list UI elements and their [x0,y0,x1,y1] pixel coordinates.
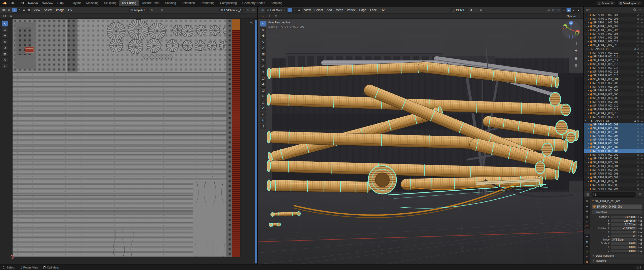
hide-in-viewport-icon[interactable]: ⊙ [637,105,639,107]
disable-in-render-icon[interactable]: ▭ [640,139,643,141]
workspace-tab-scripting[interactable]: Scripting [268,0,285,6]
disable-in-render-icon[interactable]: ▭ [640,135,643,137]
animate-dot-icon[interactable] [638,220,639,221]
hide-in-viewport-icon[interactable]: ⊙ [637,89,639,92]
hide-in-viewport-icon[interactable]: ⊙ [637,150,639,152]
uv-menu-image[interactable]: Image [54,8,66,13]
animate-dot-icon[interactable] [638,239,639,240]
expand-arrow-icon[interactable]: ▸ [587,180,590,182]
outliner-row[interactable]: ▸SF_AP04_F_001_012⊙▭ [584,58,644,62]
outliner-row[interactable]: ▸SF_AP04_1_002_010⊙▭ [584,40,644,43]
uv-menu-select[interactable]: Select [42,8,54,13]
expand-arrow-icon[interactable]: ▸ [587,161,590,163]
transform-tool[interactable]: ▦ [2,51,8,57]
uv-select-island-button[interactable]: ▩ [26,8,31,12]
uv-editor-type-button[interactable]: ▩ ▾ [2,8,6,12]
hide-in-viewport-icon[interactable]: ⊙ [637,146,639,149]
hide-in-viewport-icon[interactable]: ⊙ [637,116,639,118]
hide-in-viewport-icon[interactable]: ⊙ [637,33,639,35]
outliner-row[interactable]: ▸SF_AP04_F_001_011⊙▭ [584,55,644,58]
outliner-row[interactable]: ▸SF_AP04_F_001_010⊙▭ [584,51,644,55]
hide-in-viewport-icon[interactable]: ⊙ [637,108,639,111]
measure-tool[interactable]: ∠ [260,63,266,69]
object-name-field[interactable]: SF_AP04_D_001_001 [592,205,642,209]
hide-in-viewport-icon[interactable]: ⊙ [637,169,639,171]
unlink-image-button[interactable]: ✕ [149,8,154,12]
hide-in-viewport-icon[interactable]: ⊙ [637,71,639,73]
tool-settings-snap-icon[interactable]: ▤ [274,14,278,18]
y-field[interactable]: 0.010 [611,246,637,249]
workspace-tab-compositing[interactable]: Compositing [217,0,239,6]
options-dropdown[interactable]: Options ▾ [565,14,580,18]
outliner-row[interactable]: ▸SF_AP04_F_003_001⊙▭ [584,164,644,168]
disable-in-render-icon[interactable]: ▭ [640,18,643,20]
animate-dot-icon[interactable] [638,231,639,233]
toggle-ortho-icon[interactable]: ⊞ [574,63,579,68]
tool-settings-orientation-icon[interactable]: ◑ [261,14,265,18]
menu-help[interactable]: Help [55,1,66,6]
tweak-select-tool[interactable]: ↖ [260,21,266,26]
uv-overlays-button[interactable]: ◎ ▾ [251,8,256,12]
expand-arrow-icon[interactable]: ▸ [587,108,590,111]
properties-search-box[interactable] [591,192,636,197]
disable-in-render-icon[interactable]: ▭ [640,123,643,126]
camera-view-icon[interactable]: ▣ [574,55,579,60]
expand-arrow-icon[interactable]: ▸ [587,112,590,114]
disable-in-render-icon[interactable]: ▭ [640,188,643,190]
hide-in-viewport-icon[interactable]: ⊙ [637,165,639,167]
expand-arrow-icon[interactable]: ▸ [587,59,590,61]
disable-in-render-icon[interactable]: ▭ [640,33,643,35]
outliner-row[interactable]: ▸SF_AP04_F_003_006⊙▭ [584,183,644,187]
y-field[interactable]: 0° [611,230,637,234]
outliner-row[interactable]: ▸SF_AP04_F_001_009⊙▭ [584,153,644,157]
z-field[interactable]: 0° [611,234,637,238]
hide-in-viewport-icon[interactable]: ⊙ [637,18,639,20]
expand-arrow-icon[interactable]: ▸ [587,89,590,92]
disable-in-render-icon[interactable]: ▭ [640,120,643,122]
lock-icon[interactable] [640,235,642,237]
y-field[interactable]: -0.69715 m [611,219,637,222]
outliner-search-icon[interactable] [633,8,636,11]
mode-dropdown[interactable]: ▱ Edit Mode ▾ [265,8,287,12]
outliner-row[interactable]: ▸SF_AP04_F_001_001⊙▭ [584,123,644,126]
workspace-tab-layout[interactable]: Layout [69,0,84,6]
inset-tool[interactable]: ◰ [260,75,266,81]
disable-in-render-icon[interactable]: ▭ [640,52,643,54]
tool-settings-pivot-icon[interactable]: ⊕ [267,14,272,18]
outliner-row[interactable]: ▸SF_AP04_F_003_014⊙▭ [584,115,644,119]
outliner-row[interactable]: ▸SF_AP04_F_001_006⊙▭ [584,142,644,145]
spin-tool[interactable]: ↺ [260,106,266,111]
outliner-row[interactable]: ▸SF_AP04_F_003_012⊙▭ [584,108,644,111]
expand-arrow-icon[interactable]: ▸ [587,165,590,167]
menu-edit[interactable]: Edit [17,1,26,6]
properties-search-input[interactable] [597,193,634,196]
expand-arrow-icon[interactable]: ▾ [585,120,587,122]
hide-in-viewport-icon[interactable]: ⊙ [637,184,639,186]
move-tool[interactable]: ✚ [260,33,266,39]
outliner-row[interactable]: ▸SF_AP04_F_003_009⊙▭ [584,100,644,104]
disable-in-render-icon[interactable]: ▭ [640,44,643,47]
outliner-row[interactable]: ▸SF_AP04_F_003_007⊙▭ [584,187,644,191]
viewport-menu-select[interactable]: Select [313,8,325,13]
rotate-tool[interactable]: ↻ [260,39,266,45]
disable-in-render-icon[interactable]: ▭ [640,108,643,111]
expand-arrow-icon[interactable]: ▸ [587,78,590,80]
hide-in-viewport-icon[interactable]: ⊙ [637,180,639,183]
workspace-tab-modeling[interactable]: Modeling [84,0,101,6]
uv-menu-uv[interactable]: UV [66,8,74,13]
outliner-row[interactable]: ▸SF_AP04_1_002_004⊙▭ [584,17,644,21]
scale-tool[interactable]: ⊿ [260,45,266,51]
expand-arrow-icon[interactable]: ▸ [587,67,590,69]
expand-arrow-icon[interactable]: ▸ [587,150,590,152]
animate-dot-icon[interactable] [638,228,639,229]
proportional-edit-toggle[interactable]: ◉ [478,8,483,12]
mode-field[interactable]: XYZ Euler▾ [611,238,637,241]
disable-in-render-icon[interactable]: ▭ [640,63,643,65]
hide-in-viewport-icon[interactable]: ⊙ [637,154,639,156]
display-channels-button[interactable]: ⊙ [246,8,251,12]
cursor-tool[interactable]: ⊕ [2,27,8,32]
hide-in-viewport-icon[interactable]: ⊙ [637,67,639,69]
disable-in-render-icon[interactable]: ▭ [640,89,643,92]
disable-in-render-icon[interactable]: ▭ [640,48,643,50]
properties-tab-data[interactable]: ▽ [584,249,590,254]
